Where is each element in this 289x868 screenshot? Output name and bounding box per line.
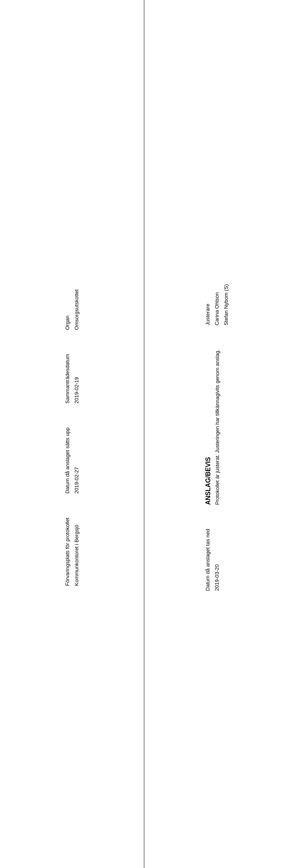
organ-value: Omsorgsutskottet [74,282,80,330]
forvaringsplats-label: Förvaringsplats för protokollet [64,517,70,586]
organ-block: Organ Omsorgsutskottet [64,282,80,330]
kommunkontoret-block: Förvaringsplats för protokollet Kommunko… [64,517,80,586]
justerare-stefan: Stefan Nybom (S) [223,277,229,325]
forvaringsplats-value: Kommunkontoret i Bergsjö [74,517,80,586]
justerare-label: Justerare [205,277,211,325]
sammantraddesdatum-label: Sammanträdesdatum [64,354,70,403]
sammantraddesdatum-value: 2019-02-19 [74,354,80,403]
datum-satts-label: Datum då anslaget sätts upp [64,428,70,494]
left-rotated-content: Förvaringsplats för protokollet Kommunko… [64,266,80,602]
datum-tas-ned-block: Datum då anslaget tas ned 2019-03-20 [205,529,220,591]
datum-satts-value: 2019-02-27 [74,428,80,494]
protokoll-text: Protokollet är justerat. Justeringen har… [214,349,220,505]
left-column: Förvaringsplats för protokollet Kommunko… [0,0,144,868]
sammantraddesdatum-block: Sammanträdesdatum 2019-02-19 [64,354,80,403]
datum-satts-block: Datum då anslaget sätts upp 2019-02-27 [64,428,80,494]
right-column: Datum då anslaget tas ned 2019-03-20 ANS… [144,0,289,868]
right-rotated-content: Datum då anslaget tas ned 2019-03-20 ANS… [205,262,229,607]
justerare-carina: Carina Ohlson [214,277,220,325]
datum-tas-ned-label: Datum då anslaget tas ned [205,529,211,591]
organ-label: Organ [64,282,70,330]
anslag-bevis-block: ANSLAG/BEVIS Protokollet är justerat. Ju… [205,349,220,505]
page: Förvaringsplats för protokollet Kommunko… [0,0,289,868]
datum-tas-ned-value: 2019-03-20 [214,529,220,591]
justerare-block: Justerare Carina Ohlson Stefan Nybom (S) [205,277,229,325]
anslag-bevis-title: ANSLAG/BEVIS [205,349,212,505]
